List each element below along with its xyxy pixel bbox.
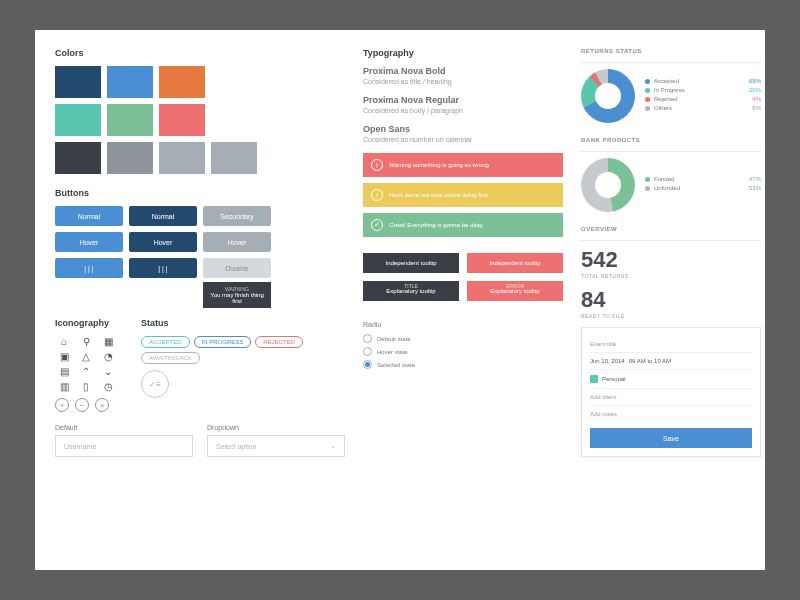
bank-title: BANK PRODUCTS: [581, 137, 761, 143]
typography-title: Typography: [363, 48, 563, 58]
tooltip-error: Independent tooltip: [467, 253, 563, 273]
tooltip-dark: Independent tooltip: [363, 253, 459, 273]
hover-button-alt[interactable]: Hover: [129, 232, 197, 252]
add-client-row[interactable]: Add client: [590, 389, 752, 406]
loading-button[interactable]: | | |: [55, 258, 123, 278]
status-title: Status: [141, 318, 345, 328]
font-desc: Considered as body / paragraph: [363, 107, 563, 114]
accepted-badge: ACCEPTED: [141, 336, 190, 348]
rejected-badge: REJECTED: [255, 336, 303, 348]
chevron-up-icon: ⌃: [77, 366, 95, 377]
clock-icon: ◷: [99, 381, 117, 392]
col-left: Colors Buttons Normal Normal Secondary H…: [55, 48, 345, 552]
total-returns-label: TOTAL RETURNS: [581, 273, 761, 279]
font-desc: Considered as title / heading: [363, 78, 563, 85]
normal-button-alt[interactable]: Normal: [129, 206, 197, 226]
disable-button: Disable: [203, 258, 271, 278]
close-icon[interactable]: ×: [95, 398, 109, 412]
total-returns-value: 542: [581, 247, 761, 273]
success-alert: ✓Great! Everything is gonna be okay: [363, 213, 563, 237]
tooltip-titled: TITLEExplanatory tooltip: [363, 281, 459, 301]
secondary-button[interactable]: Secondary: [203, 206, 271, 226]
checklist-icon: ✓≡: [141, 370, 169, 398]
category-chip[interactable]: Personal: [590, 370, 752, 389]
swatch: [55, 104, 101, 136]
swatch: [107, 66, 153, 98]
legend-dot: [645, 88, 650, 93]
swatch: [107, 104, 153, 136]
loading-button-alt[interactable]: | | |: [129, 258, 197, 278]
font-name: Proxima Nova Bold: [363, 66, 563, 76]
grid-icon: ▦: [99, 336, 117, 347]
font-desc: Considered as number on calendar: [363, 136, 563, 143]
check-icon: ✓: [371, 219, 383, 231]
remove-icon[interactable]: −: [75, 398, 89, 412]
swatch: [55, 142, 101, 174]
error-alert: !Warning something is going so wrong: [363, 153, 563, 177]
swatch: [159, 66, 205, 98]
font-name: Open Sans: [363, 124, 563, 134]
ready-to-file-label: READY TO FILE: [581, 313, 761, 319]
alert-icon: !: [371, 189, 383, 201]
event-date-row[interactable]: Jun 10, 201409 AM to 10 AM: [590, 353, 752, 370]
radio-hover[interactable]: Hover state: [363, 347, 563, 356]
button-grid: Normal Normal Secondary Hover Hover Hove…: [55, 206, 345, 278]
color-swatches: [55, 66, 345, 174]
radio-icon: [363, 334, 372, 343]
username-input[interactable]: Username: [55, 435, 193, 457]
default-label: Default: [55, 424, 193, 431]
font-name: Proxima Nova Regular: [363, 95, 563, 105]
event-title-input[interactable]: Event title: [590, 336, 752, 353]
save-button[interactable]: Save: [590, 428, 752, 448]
normal-button[interactable]: Normal: [55, 206, 123, 226]
returns-title: RETURNS STATUS: [581, 48, 761, 54]
event-popup: Event title Jun 10, 201409 AM to 10 AM P…: [581, 327, 761, 457]
legend-dot: [645, 186, 650, 191]
radio-selected[interactable]: Selected state: [363, 360, 563, 369]
legend-dot: [645, 106, 650, 111]
tooltip-titled-error: ERRORExplanatory tooltip: [467, 281, 563, 301]
colors-title: Colors: [55, 48, 345, 58]
swatch-empty: [211, 104, 257, 136]
bank-donut: [581, 158, 635, 212]
radio-icon: [363, 360, 372, 369]
chevron-down-icon: ⌄: [330, 442, 336, 450]
iconography-block: Iconography ⌂ ⚲ ▦ ▣ △ ◔ ▤ ⌃ ⌄ ▥ ▯ ◷ +: [55, 318, 117, 412]
swatch: [107, 142, 153, 174]
warning-tooltip: WARNING You may finish thing first: [203, 282, 271, 308]
swatch: [55, 66, 101, 98]
trash-icon: ▯: [77, 381, 95, 392]
search-icon: ⚲: [77, 336, 95, 347]
calendar-icon: ▥: [55, 381, 73, 392]
radio-default[interactable]: Default state: [363, 334, 563, 343]
ready-to-file-value: 84: [581, 287, 761, 313]
iconography-title: Iconography: [55, 318, 117, 328]
swatch: [159, 104, 205, 136]
add-icon[interactable]: +: [55, 398, 69, 412]
radio-title: Radio: [363, 321, 563, 328]
legend-dot: [645, 79, 650, 84]
home-icon: ⌂: [55, 336, 73, 347]
legend-dot: [645, 97, 650, 102]
select-input[interactable]: Select option⌄: [207, 435, 345, 457]
returns-donut: [581, 69, 635, 123]
add-notes-row[interactable]: Add notes: [590, 406, 752, 422]
bell-icon: ◔: [99, 351, 117, 362]
warning-alert: !Hem, we're not sure you're doing fine: [363, 183, 563, 207]
chevron-down-icon: ⌄: [99, 366, 117, 377]
hover-button-sec[interactable]: Hover: [203, 232, 271, 252]
swatch-empty: [211, 66, 257, 98]
in-progress-badge: IN PROGRESS: [194, 336, 252, 348]
user-icon: △: [77, 351, 95, 362]
status-block: Status ACCEPTED IN PROGRESS REJECTED AWA…: [141, 318, 345, 412]
lock-icon: ▣: [55, 351, 73, 362]
hover-button[interactable]: Hover: [55, 232, 123, 252]
dropdown-label: Dropdown: [207, 424, 345, 431]
col-mid: Typography Proxima Nova BoldConsidered a…: [363, 48, 563, 552]
buttons-title: Buttons: [55, 188, 345, 198]
awaiting-badge: AWAITING ACK: [141, 352, 200, 364]
list-icon: ▤: [55, 366, 73, 377]
square-icon: [590, 375, 598, 383]
radio-icon: [363, 347, 372, 356]
col-right: RETURNS STATUS Accepted68% In Progress20…: [581, 48, 761, 552]
